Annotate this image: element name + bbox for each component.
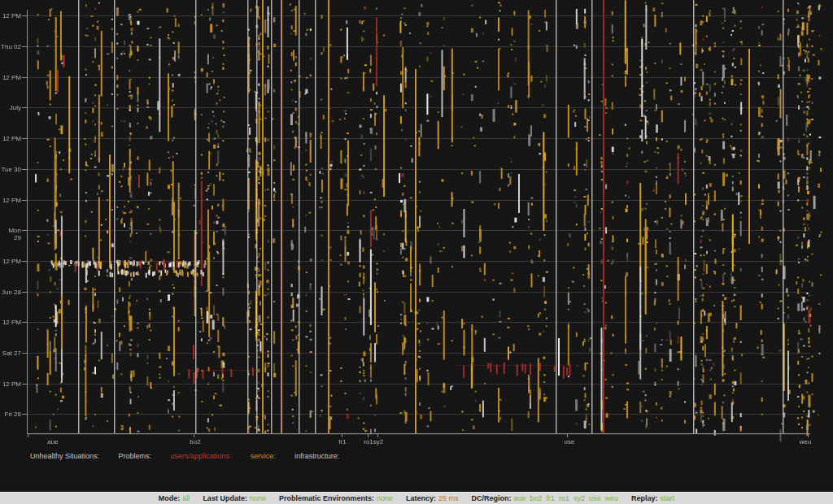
monitoring-app: 12 PMThu 0212 PMJuly12 PMTue 3012 PMMon … — [0, 0, 833, 504]
status-problematic-environments-label: Problematic Environments: — [279, 494, 374, 502]
status-latency-label: Latency: — [406, 494, 436, 502]
time-axis-label: Fri 26 — [0, 411, 21, 418]
legend-problems: Problems: — [119, 452, 152, 460]
environment-axis-label-ro1: ro1 — [364, 438, 373, 445]
legend-service[interactable]: service: — [251, 452, 276, 460]
legend: Unhealthy Situations: Problems: users/ap… — [30, 452, 356, 460]
time-axis-label: 12 PM — [0, 74, 21, 81]
status-last-update-label: Last Update: — [203, 494, 247, 502]
status-replay-label: Replay: — [631, 494, 658, 502]
status-bar: Mode: all Last Update: none Problematic … — [0, 492, 833, 504]
time-axis-label: Sat 27 — [0, 350, 21, 357]
health-timeline: 12 PMThu 0212 PMJuly12 PMTue 3012 PMMon … — [0, 0, 833, 443]
time-axis-label: July — [0, 104, 21, 111]
status-dc-region-label: DC/Region: — [472, 494, 512, 502]
time-axis-label: 12 PM — [0, 12, 21, 20]
legend-unhealthy-situations: Unhealthy Situations: — [30, 452, 99, 460]
status-problematic-environments: Problematic Environments: none — [279, 494, 393, 502]
environment-axis-label-aue: aue — [47, 438, 58, 445]
environment-axis-label-bo2: bo2 — [190, 438, 200, 445]
time-axis-label: 12 PM — [0, 197, 21, 204]
time-axis-label: Tue 30 — [0, 166, 21, 173]
status-dc-region-value[interactable]: aue bo2 fr1 ro1 sy2 use weu — [514, 494, 619, 502]
status-problematic-environments-value: none — [377, 494, 393, 502]
time-axis-label: Thu 02 — [0, 43, 21, 50]
environment-axis-label-sy2: sy2 — [373, 438, 383, 445]
time-axis-label: Jun 28 — [0, 289, 21, 296]
environment-axis-label-fr1: fr1 — [338, 438, 346, 445]
time-axis-label: 12 PM — [0, 258, 21, 265]
status-latency: Latency: 26 ms — [406, 494, 459, 502]
status-mode: Mode: all — [159, 494, 190, 502]
time-axis-label: 12 PM — [0, 380, 21, 388]
status-mode-label: Mode: — [159, 494, 181, 502]
environment-axis-label-use: use — [565, 438, 575, 445]
legend-infrastructure[interactable]: infrastructure: — [294, 452, 339, 460]
time-axis-label: Mon 29 — [0, 227, 21, 241]
status-replay: Replay: start — [631, 494, 674, 502]
status-last-update-value: none — [250, 494, 266, 502]
status-mode-value[interactable]: all — [182, 494, 190, 502]
time-axis-label: 12 PM — [0, 319, 21, 326]
status-dc-region: DC/Region: aue bo2 fr1 ro1 sy2 use weu — [472, 494, 619, 502]
health-timeline-chart[interactable] — [0, 0, 833, 443]
status-last-update: Last Update: none — [203, 494, 266, 502]
environment-axis-label-weu: weu — [800, 438, 812, 445]
legend-users-applications[interactable]: users/applications: — [171, 452, 232, 460]
status-replay-value[interactable]: start — [661, 494, 675, 502]
status-latency-value: 26 ms — [438, 494, 459, 502]
time-axis-label: 12 PM — [0, 135, 21, 142]
